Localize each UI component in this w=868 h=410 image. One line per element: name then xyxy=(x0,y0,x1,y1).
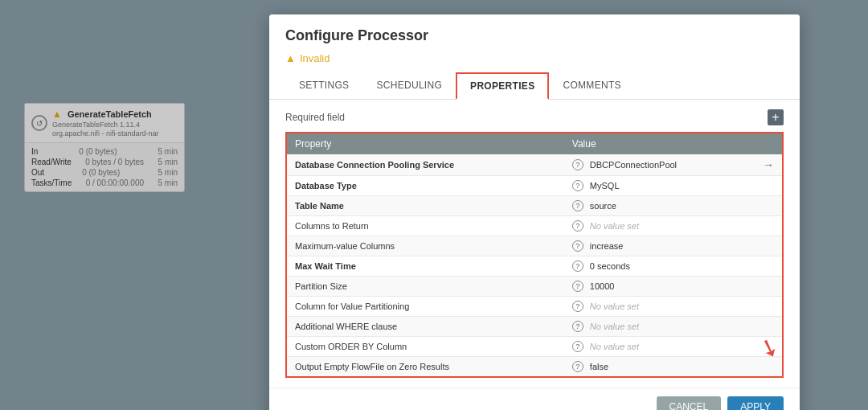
prop-name-cell: Custom ORDER BY Column xyxy=(286,337,564,357)
invalid-badge: ▲ Invalid xyxy=(285,52,330,64)
help-icon[interactable]: ? xyxy=(572,281,583,292)
help-icon[interactable]: ? xyxy=(572,301,583,312)
col-value: Value xyxy=(564,133,755,154)
prop-value-cell[interactable]: ?No value set xyxy=(564,317,755,337)
help-icon[interactable]: ? xyxy=(572,341,583,352)
prop-value: false xyxy=(590,362,608,371)
table-body: Database Connection Pooling Service?DBCP… xyxy=(286,154,783,377)
required-field-header: Required field + xyxy=(285,109,784,125)
table-row[interactable]: Max Wait Time?0 seconds xyxy=(286,256,783,277)
prop-value: DBCPConnectionPool xyxy=(590,160,677,170)
prop-action-cell xyxy=(755,196,783,216)
prop-action-cell xyxy=(755,277,783,297)
prop-name-cell: Maximum-value Columns xyxy=(286,236,564,256)
add-property-button[interactable]: + xyxy=(768,109,784,125)
prop-value: 0 seconds xyxy=(590,261,630,271)
prop-value-cell[interactable]: ?source xyxy=(564,196,755,216)
nav-arrow-icon[interactable]: → xyxy=(763,158,774,171)
cancel-button[interactable]: CANCEL xyxy=(657,396,722,410)
prop-value: source xyxy=(590,201,616,211)
properties-table: Property Value Database Connection Pooli… xyxy=(285,132,784,378)
prop-action-cell xyxy=(755,337,783,357)
table-row[interactable]: Column for Value Partitioning?No value s… xyxy=(286,297,783,317)
tab-scheduling[interactable]: SCHEDULING xyxy=(362,72,456,100)
table-row[interactable]: Database Type?MySQL xyxy=(286,176,783,196)
prop-value-cell[interactable]: ?increase xyxy=(564,236,755,256)
help-icon[interactable]: ? xyxy=(572,260,583,272)
help-icon[interactable]: ? xyxy=(572,159,583,170)
prop-value-cell[interactable]: ?DBCPConnectionPool xyxy=(564,154,755,176)
col-property: Property xyxy=(286,133,564,154)
prop-name-cell: Database Type xyxy=(286,176,564,196)
help-icon[interactable]: ? xyxy=(572,180,583,191)
help-icon[interactable]: ? xyxy=(572,240,583,252)
prop-name-cell: Output Empty FlowFile on Zero Results xyxy=(286,357,564,378)
prop-value: MySQL xyxy=(590,181,620,191)
tab-comments[interactable]: COMMENTS xyxy=(549,72,634,100)
prop-value-cell[interactable]: ?No value set xyxy=(564,297,755,317)
invalid-label: Invalid xyxy=(300,52,330,64)
prop-value-cell[interactable]: ?No value set xyxy=(564,337,755,357)
prop-value: No value set xyxy=(590,342,639,351)
prop-action-cell xyxy=(755,176,783,196)
prop-name-cell: Max Wait Time xyxy=(286,256,564,277)
apply-button[interactable]: APPLY xyxy=(727,396,784,410)
prop-value-cell[interactable]: ?10000 xyxy=(564,277,755,297)
prop-action-cell: → xyxy=(755,154,783,176)
prop-action-cell xyxy=(755,236,783,256)
tab-properties[interactable]: PROPERTIES xyxy=(456,72,549,100)
prop-value: increase xyxy=(590,241,624,251)
table-row[interactable]: Table Name?source xyxy=(286,196,783,216)
table-row[interactable]: Custom ORDER BY Column?No value set xyxy=(286,337,783,357)
prop-value: No value set xyxy=(590,301,639,311)
table-row[interactable]: Columns to Return?No value set xyxy=(286,216,783,236)
help-icon[interactable]: ? xyxy=(572,321,583,332)
prop-action-cell xyxy=(755,357,783,378)
prop-value-cell[interactable]: ?MySQL xyxy=(564,176,755,196)
prop-value: 10000 xyxy=(590,281,615,291)
prop-value: No value set xyxy=(590,322,639,331)
tabs-container: SETTINGS SCHEDULING PROPERTIES COMMENTS xyxy=(269,72,800,100)
table-row[interactable]: Additional WHERE clause?No value set xyxy=(286,317,783,337)
warning-icon: ▲ xyxy=(285,52,296,64)
dialog-title: Configure Processor xyxy=(285,27,784,44)
table-header: Property Value xyxy=(286,133,783,154)
table-row[interactable]: Database Connection Pooling Service?DBCP… xyxy=(286,154,783,176)
configure-processor-dialog: Configure Processor ▲ Invalid SETTINGS S… xyxy=(269,14,800,410)
prop-name-cell: Columns to Return xyxy=(286,216,564,236)
prop-action-cell xyxy=(755,256,783,277)
prop-value-cell[interactable]: ?false xyxy=(564,357,755,378)
prop-name-cell: Database Connection Pooling Service xyxy=(286,154,564,176)
table-row[interactable]: Maximum-value Columns?increase xyxy=(286,236,783,256)
help-icon[interactable]: ? xyxy=(572,220,583,232)
prop-action-cell xyxy=(755,297,783,317)
help-icon[interactable]: ? xyxy=(572,200,583,211)
col-action xyxy=(755,133,783,154)
table-row[interactable]: Output Empty FlowFile on Zero Results?fa… xyxy=(286,357,783,378)
prop-name-cell: Partition Size xyxy=(286,277,564,297)
dialog-body: Required field + Property Value Database… xyxy=(269,100,800,387)
prop-name-cell: Column for Value Partitioning xyxy=(286,297,564,317)
dialog-header: Configure Processor ▲ Invalid xyxy=(269,14,800,72)
prop-value-cell[interactable]: ?0 seconds xyxy=(564,256,755,277)
prop-name-cell: Additional WHERE clause xyxy=(286,317,564,337)
help-icon[interactable]: ? xyxy=(572,361,583,372)
dialog-footer: CANCEL APPLY xyxy=(269,387,800,410)
tab-settings[interactable]: SETTINGS xyxy=(285,72,362,100)
prop-action-cell xyxy=(755,317,783,337)
table-row[interactable]: Partition Size?10000 xyxy=(286,277,783,297)
prop-value-cell[interactable]: ?No value set xyxy=(564,216,755,236)
prop-name-cell: Table Name xyxy=(286,196,564,216)
required-field-label: Required field xyxy=(285,112,345,123)
prop-action-cell xyxy=(755,216,783,236)
prop-value: No value set xyxy=(590,221,639,231)
